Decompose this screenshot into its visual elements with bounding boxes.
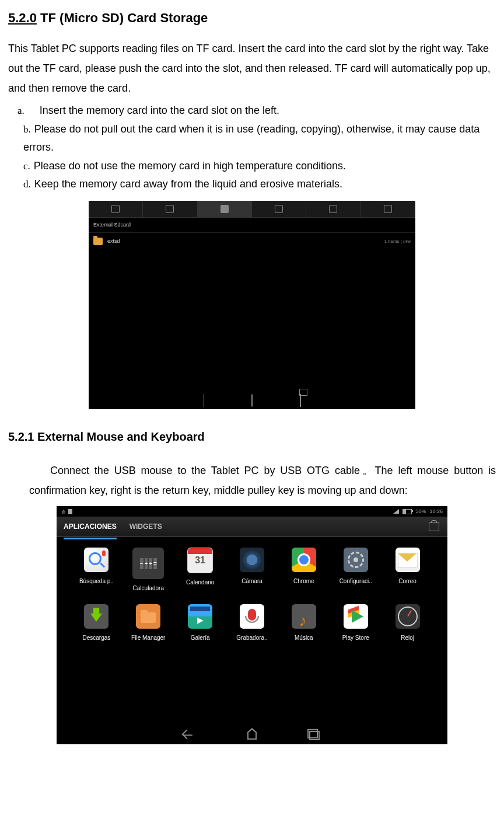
cal-icon [187,548,213,573]
app-label: Chrome [293,576,314,587]
intro-paragraph: This Tablet PC supports reading files on… [8,39,496,99]
recent-icon-2 [309,731,320,740]
fm-tab-2[interactable] [143,201,197,217]
music-icon [292,604,316,629]
app-grabadora-[interactable]: Grabadora.. [229,604,276,643]
section-number-521: 5.2.1 [8,430,34,443]
app-label: Descargas [83,632,111,643]
nav-home-button[interactable] [247,396,257,405]
fm-tab-3[interactable] [198,201,252,217]
app-label: Configuraci.. [340,576,372,587]
cam-icon [240,548,264,572]
list-item-b: b.Please do not pull out the card when i… [18,120,496,157]
folder-name: extsd [107,236,384,246]
app-label: Play Store [342,632,369,643]
folder-meta: 1 items | drw [384,237,411,246]
app-file-manager[interactable]: File Manager [125,604,172,643]
app-label: Cámara [242,576,262,587]
network-icon [329,205,337,213]
search-icon [84,548,108,572]
tools-icon [384,205,392,213]
fm-tab-5[interactable] [306,201,360,217]
app-descargas[interactable]: Descargas [73,604,120,643]
list-item-d: d.Keep the memory card away from the liq… [18,175,496,194]
gal-icon [188,604,212,629]
clock-icon [396,604,420,629]
app-calendario[interactable]: Calendario [177,548,224,594]
tab-widgets[interactable]: WIDGETS [130,520,162,534]
app-m-sica[interactable]: Música [280,604,327,643]
debug-icon: ⋔ [61,506,66,517]
app-calculadora[interactable]: −+÷=Calculadora [125,548,172,594]
app-label: Calculadora [133,583,164,594]
nav-back-button[interactable] [198,396,209,405]
phone-icon [166,205,174,213]
app-label: Grabadora.. [236,632,267,643]
calc-icon: −+÷= [132,548,164,579]
home-icon-2 [247,733,257,740]
drawer-tabs: APLICACIONES WIDGETS [57,517,447,537]
heading-520: 5.2.0 TF (Micro SD) Card Storage [8,6,496,30]
app-c-mara[interactable]: Cámara [229,548,276,594]
app-correo[interactable]: Correo [384,548,431,594]
fm-tab-6[interactable] [361,201,415,217]
android-navbar [89,392,415,409]
app-label: Correo [398,576,416,587]
play-icon [344,604,368,629]
fm-tab-4[interactable] [252,201,306,217]
list-item-c: c.Please do not use the memory card in h… [18,157,496,176]
app-label: Calendario [186,577,214,588]
heading-521: 5.2.1 External Mouse and Keyboard [8,426,496,448]
app-play-store[interactable]: Play Store [332,604,379,643]
android-navbar-2 [57,727,447,744]
fm-tab-bar [89,201,415,218]
app-label: File Manager [131,632,165,643]
screenshot-file-manager: External Sdcard extsd 1 items | drw [89,201,415,409]
app-grid: Búsqueda p..−+÷=CalculadoraCalendarioCám… [57,537,447,654]
app-configuraci-[interactable]: Configuraci.. [332,548,379,594]
app-label: Reloj [401,632,414,643]
folder-icon [93,238,103,245]
instruction-list: a.Insert the memory card into the card s… [18,102,496,194]
back-icon [204,391,204,410]
list-item-a: a.Insert the memory card into the card s… [18,102,496,120]
battery-percent: 30% [415,507,426,517]
section-number: 5.2.0 [8,11,37,25]
home-nav-icon [251,391,253,410]
usb-icon [275,205,283,213]
app-label: Galería [191,632,210,643]
home-icon [111,205,120,213]
status-bar: ⋔ 30% 10:26 [57,506,447,517]
section-title-521: External Mouse and Keyboard [37,430,205,443]
battery-icon [402,509,412,514]
app-galer-a[interactable]: Galería [177,604,224,643]
fm-tab-1[interactable] [89,201,143,217]
status-rect-icon [68,509,72,514]
section-title: TF (Micro SD) Card Storage [40,11,208,25]
screenshot-app-drawer: ⋔ 30% 10:26 APLICACIONES WIDGETS Búsqued… [57,506,447,744]
nav-back-button-2[interactable] [183,731,195,740]
app-label: Búsqueda p.. [79,576,114,587]
app-chrome[interactable]: Chrome [280,548,327,594]
nav-recent-button[interactable] [295,396,306,405]
app-reloj[interactable]: Reloj [384,604,431,643]
dl-icon [84,604,108,629]
tab-apps[interactable]: APLICACIONES [64,520,117,539]
back-icon-2 [182,730,192,740]
fm-breadcrumb: External Sdcard [89,218,415,233]
nav-home-button-2[interactable] [247,731,257,740]
app-b-squeda-p-[interactable]: Búsqueda p.. [73,548,120,594]
folder-row[interactable]: extsd 1 items | drw [89,233,415,250]
mail-icon [396,548,420,572]
fm-icon [136,604,160,629]
wifi-icon [393,509,399,514]
nav-recent-button-2[interactable] [309,731,321,740]
chrome-icon [292,548,316,572]
recent-icon [300,391,301,410]
sdcard-icon [220,205,229,213]
shop-icon[interactable] [429,522,439,531]
body-521: Connect the USB mouse to the Tablet PC b… [29,461,496,500]
settings-icon [344,548,368,572]
rec-icon [240,604,264,629]
clock-time: 10:26 [429,507,443,517]
